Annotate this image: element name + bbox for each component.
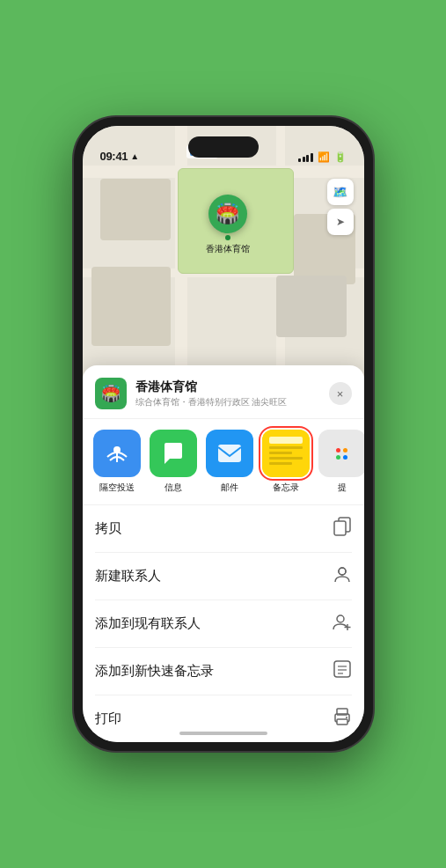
dot-red — [336, 448, 340, 452]
map-block-1 — [100, 179, 171, 240]
location-button[interactable]: ➤ — [327, 209, 354, 235]
dot-green — [336, 455, 340, 460]
action-add-existing-label: 添加到现有联系人 — [95, 615, 201, 632]
more-dots — [336, 448, 347, 460]
message-label: 信息 — [165, 482, 182, 494]
stadium-pin: 🏟️ 香港体育馆 — [206, 195, 250, 255]
place-info: 香港体育馆 综合体育馆・香港特别行政区 油尖旺区 — [135, 379, 320, 408]
battery-icon: 🔋 — [334, 151, 347, 163]
pin-dot — [225, 235, 230, 240]
dot-blue — [343, 455, 347, 460]
notes-icon — [262, 430, 310, 477]
more-icon — [318, 430, 364, 477]
dynamic-island — [188, 136, 259, 158]
status-time: 09:41 — [100, 150, 128, 163]
action-new-contact[interactable]: 新建联系人 — [95, 553, 352, 600]
share-item-more[interactable]: 提 — [317, 430, 364, 494]
share-item-airdrop[interactable]: 隔空投送 — [91, 430, 143, 494]
person-icon — [333, 564, 352, 588]
notes-line-4 — [269, 462, 293, 465]
action-quick-note[interactable]: 添加到新快速备忘录 — [95, 648, 352, 695]
share-row: 隔空投送 信息 — [83, 419, 364, 505]
mail-label: 邮件 — [221, 482, 238, 494]
share-item-notes[interactable]: 备忘录 — [260, 430, 311, 494]
svg-rect-4 — [334, 521, 346, 535]
copy-icon — [333, 517, 352, 541]
notes-line-2 — [269, 452, 293, 454]
action-add-existing-contact[interactable]: 添加到现有联系人 — [95, 600, 352, 648]
place-subtitle: 综合体育馆・香港特别行政区 油尖旺区 — [135, 396, 320, 408]
action-print[interactable]: 打印 — [95, 695, 352, 742]
airdrop-label: 隔空投送 — [99, 482, 135, 494]
notes-icon-wrap — [262, 430, 310, 477]
print-icon — [333, 707, 352, 731]
person-add-icon — [333, 612, 352, 636]
wifi-icon: 📶 — [318, 151, 330, 163]
share-item-message[interactable]: 信息 — [148, 430, 199, 494]
place-icon: 🏟️ — [95, 378, 127, 409]
map-block-5 — [276, 276, 347, 337]
map-controls: 🗺️ ➤ — [327, 179, 354, 235]
dot-orange — [343, 448, 347, 452]
action-print-label: 打印 — [95, 710, 121, 727]
share-item-mail[interactable]: 邮件 — [204, 430, 255, 494]
pin-icon: 🏟️ — [216, 202, 239, 225]
place-header: 🏟️ 香港体育馆 综合体育馆・香港特别行政区 油尖旺区 × — [83, 365, 364, 419]
phone-frame: 09:41 ▲ 📶 🔋 — [74, 117, 373, 751]
svg-point-17 — [346, 717, 347, 718]
home-indicator — [179, 732, 267, 735]
mail-icon — [206, 430, 253, 477]
notes-line-1 — [269, 446, 303, 449]
note-icon — [333, 659, 352, 683]
navigation-icon: ▲ — [130, 151, 139, 161]
pin-circle: 🏟️ — [208, 195, 247, 233]
notes-line-3 — [269, 457, 303, 460]
action-copy-label: 拷贝 — [95, 520, 121, 537]
map-type-button[interactable]: 🗺️ — [327, 179, 354, 205]
signal-bar-2 — [303, 157, 305, 162]
map-block-4 — [91, 267, 171, 346]
notes-label: 备忘录 — [273, 482, 299, 494]
pin-label: 香港体育馆 — [206, 243, 250, 255]
action-list: 拷贝 新建联系人 — [83, 505, 364, 742]
close-button[interactable]: × — [329, 382, 352, 405]
action-quick-note-label: 添加到新快速备忘录 — [95, 663, 214, 680]
svg-rect-16 — [337, 719, 347, 725]
svg-point-6 — [339, 568, 346, 575]
svg-point-7 — [337, 615, 344, 622]
message-icon — [150, 430, 197, 477]
phone-screen: 09:41 ▲ 📶 🔋 — [83, 126, 364, 742]
more-label: 提 — [338, 482, 347, 494]
place-name: 香港体育馆 — [135, 379, 320, 395]
airdrop-icon — [93, 430, 141, 477]
status-icons: 📶 🔋 — [298, 151, 347, 163]
bottom-sheet: 🏟️ 香港体育馆 综合体育馆・香港特别行政区 油尖旺区 × — [83, 365, 364, 742]
notes-top-bar — [269, 437, 303, 444]
signal-bars — [298, 153, 313, 162]
svg-rect-2 — [218, 445, 241, 462]
action-copy[interactable]: 拷贝 — [95, 505, 352, 553]
signal-bar-3 — [306, 155, 309, 162]
signal-bar-1 — [298, 158, 301, 162]
action-new-contact-label: 新建联系人 — [95, 568, 161, 585]
signal-bar-4 — [311, 153, 313, 162]
svg-rect-10 — [334, 661, 350, 677]
